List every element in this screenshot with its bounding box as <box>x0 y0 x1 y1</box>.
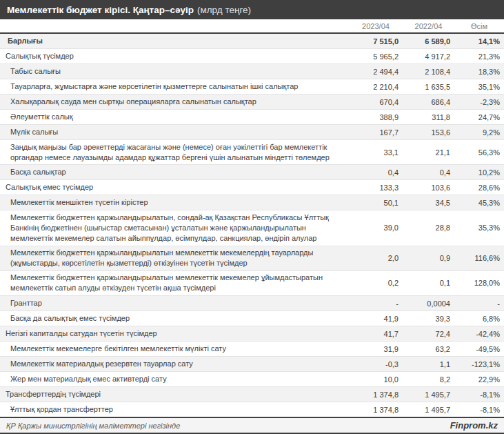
value-2023-04: 7 515,0 <box>349 37 403 46</box>
table-row: Мемлекеттік бюджеттен қаржыландырылатын … <box>0 246 504 271</box>
row-label: Ұлттық қордан трансферттер <box>0 404 349 415</box>
value-2022-04: 8,2 <box>403 375 454 384</box>
growth-value: -123,1% <box>454 360 504 368</box>
column-header-row: 2023/04 2022/04 Өсім <box>0 19 504 34</box>
table-row: Мемлекеттік бюджеттен қаржыландырылатын … <box>0 271 504 296</box>
table-row: Мүлік салығы167,7153,69,2% <box>0 125 504 140</box>
value-2022-04: 103,6 <box>403 184 454 192</box>
value-2022-04: 4 917,2 <box>403 52 454 61</box>
growth-value: -49,5% <box>454 345 504 353</box>
row-label: Әлеуметтік салық <box>0 112 349 122</box>
growth-value: 21,3% <box>454 52 504 61</box>
row-label: Негізгі капиталды сатудан түсетін түсімд… <box>0 328 349 339</box>
value-2022-04: 686,4 <box>403 98 454 106</box>
growth-value: 10,2% <box>454 168 504 177</box>
value-2023-04: - <box>349 299 403 308</box>
table-row: Мемлекеттік материалдық резервтен тауарл… <box>0 357 504 372</box>
value-2022-04: 2 108,4 <box>403 68 454 76</box>
value-2022-04: 1 495,7 <box>403 391 454 399</box>
value-2023-04: 39,0 <box>349 224 403 232</box>
report-title: Мемлекеттік бюджет кірісі. Қаңтар–сәуір <box>7 5 194 15</box>
value-2023-04: 41,7 <box>349 330 403 338</box>
row-label: Мемлекеттік бюджеттен қаржыландырылатын … <box>0 248 349 268</box>
row-label: Мүлік салығы <box>0 127 349 137</box>
row-label: Трансферттердің түсімдері <box>0 389 349 400</box>
table-body: Барлығы7 515,06 589,014,1%Салықтық түсім… <box>0 34 504 417</box>
value-2023-04: 10,0 <box>349 375 403 384</box>
growth-value: 56,3% <box>454 148 504 157</box>
growth-value: 116,6% <box>454 254 504 262</box>
growth-value: 22,9% <box>454 375 504 384</box>
growth-value: 18,3% <box>454 68 504 76</box>
table-row: Барлығы7 515,06 589,014,1% <box>0 34 504 49</box>
growth-value: 6,8% <box>454 315 504 323</box>
row-label: Басқа салықтар <box>0 167 349 177</box>
row-label: Мемлекеттік материалдық резервтен тауарл… <box>0 359 349 369</box>
value-2022-04: 0,9 <box>403 254 454 262</box>
value-2023-04: 670,4 <box>349 98 403 106</box>
growth-value: 128,0% <box>454 279 504 287</box>
table-row: Заңдық маңызы бар әрекеттерді жасағаны ж… <box>0 140 504 165</box>
row-label: Мемлекеттік бюджеттен қаржыландырылатын,… <box>0 213 349 244</box>
growth-value: 45,3% <box>454 199 504 207</box>
row-label: Гранттар <box>0 298 349 308</box>
value-2022-04: 21,1 <box>403 148 454 157</box>
budget-revenue-report: Мемлекеттік бюджет кірісі. Қаңтар–сәуір … <box>0 0 504 434</box>
table-row: Табыс салығы2 494,42 108,418,3% <box>0 64 504 79</box>
report-title-bar: Мемлекеттік бюджет кірісі. Қаңтар–сәуір … <box>0 0 504 19</box>
value-2023-04: 41,9 <box>349 315 403 323</box>
column-header-2023-04: 2023/04 <box>349 22 403 30</box>
value-2023-04: 2,0 <box>349 254 403 262</box>
value-2023-04: 50,1 <box>349 199 403 207</box>
value-2023-04: 133,3 <box>349 184 403 192</box>
data-source-note: ҚР Қаржы министрлігінің мәліметтері негі… <box>6 422 180 430</box>
table-row: Салықтық емес түсімдер133,3103,628,6% <box>0 180 504 195</box>
table-row: Трансферттердің түсімдері1 374,81 495,7-… <box>0 387 504 402</box>
row-label: Салықтық емес түсімдер <box>0 182 349 193</box>
value-2023-04: 2 494,4 <box>349 68 403 76</box>
row-label: Салықтық түсімдер <box>0 51 349 61</box>
value-2023-04: 1 374,8 <box>349 406 403 414</box>
column-header-growth: Өсім <box>454 22 504 30</box>
row-label: Табыс салығы <box>0 66 349 77</box>
finprom-logo-text: Finprom.kz <box>450 420 498 431</box>
row-label: Тауарларға, жұмыстарға және көрсетілетін… <box>0 81 349 92</box>
growth-value: 35,1% <box>454 83 504 91</box>
value-2023-04: 388,9 <box>349 113 403 121</box>
row-label: Барлығы <box>0 36 349 46</box>
value-2022-04: 6 589,0 <box>403 37 454 46</box>
row-label: Басқа да салықтық емес түсімдер <box>0 313 349 324</box>
growth-value: 35,3% <box>454 224 504 232</box>
value-2022-04: 72,4 <box>403 330 454 338</box>
row-label: Мемлекеттік мекемелерге бекітілген мемле… <box>0 344 349 354</box>
table-row: Мемлекеттік меншіктен түсетін кірістер50… <box>0 195 504 210</box>
value-2022-04: 311,8 <box>403 113 454 121</box>
table-row: Салықтық түсімдер5 965,24 917,221,3% <box>0 49 504 64</box>
value-2022-04: 0,4 <box>403 168 454 177</box>
value-2022-04: 153,6 <box>403 128 454 137</box>
value-2022-04: 0,0004 <box>403 299 454 308</box>
table-row: Мемлекеттік мекемелерге бекітілген мемле… <box>0 342 504 357</box>
value-2022-04: 1 495,7 <box>403 406 454 414</box>
growth-value: -2,3% <box>454 98 504 106</box>
growth-value: -42,4% <box>454 330 504 338</box>
value-2023-04: 2 210,4 <box>349 83 403 91</box>
row-label: Мемлекеттік меншіктен түсетін кірістер <box>0 197 349 208</box>
table-row: Басқа салықтар0,40,410,2% <box>0 165 504 180</box>
growth-value: - <box>454 299 504 308</box>
row-label: Мемлекеттік бюджеттен қаржыландырылатын … <box>0 273 349 293</box>
column-header-2022-04: 2022/04 <box>403 22 454 30</box>
value-2023-04: 167,7 <box>349 128 403 137</box>
value-2022-04: 1 635,5 <box>403 83 454 91</box>
value-2022-04: 63,2 <box>403 345 454 353</box>
value-2022-04: 1,1 <box>403 360 454 368</box>
growth-value: -8,1% <box>454 391 504 399</box>
table-row: Мемлекеттік бюджеттен қаржыландырылатын,… <box>0 210 504 246</box>
growth-value: -8,1% <box>454 406 504 414</box>
value-2023-04: 31,9 <box>349 345 403 353</box>
value-2023-04: 33,1 <box>349 148 403 157</box>
value-2022-04: 39,3 <box>403 315 454 323</box>
report-footer: ҚР Қаржы министрлігінің мәліметтері негі… <box>0 417 504 434</box>
table-row: Гранттар-0,0004- <box>0 296 504 311</box>
table-row: Жер мен материалдық емес активтерді сату… <box>0 372 504 387</box>
